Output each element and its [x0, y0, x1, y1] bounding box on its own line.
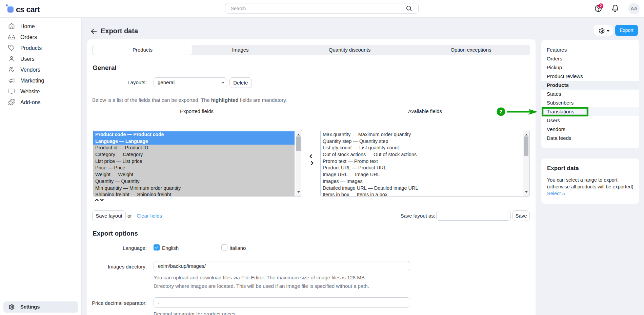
svg-text:2: 2 — [500, 109, 502, 114]
